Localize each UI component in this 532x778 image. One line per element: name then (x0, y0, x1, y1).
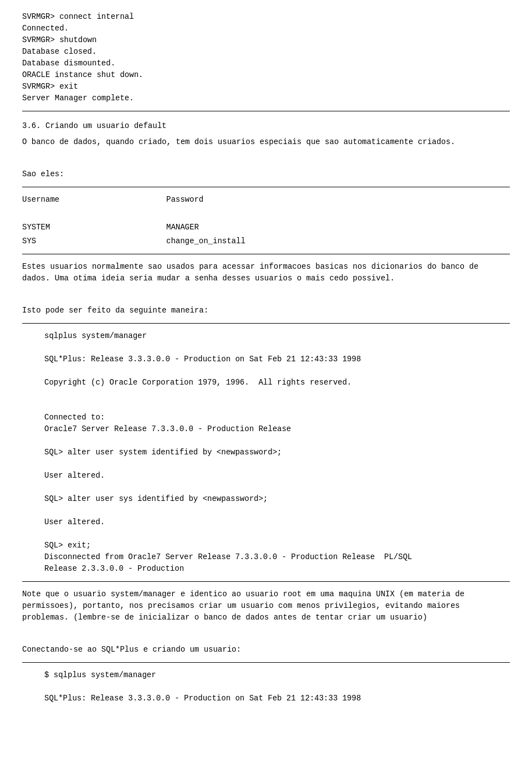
code-block-2: $ sqlplus system/manager SQL*Plus: Relea… (44, 669, 510, 704)
username-system: SYSTEM (22, 222, 122, 233)
credentials-table: Username Password SYSTEM MANAGER SYS cha… (22, 194, 510, 247)
para1: O banco de dados, quando criado, tem doi… (22, 136, 510, 148)
para2: Estes usuarios normalmente sao usados pa… (22, 261, 510, 284)
password-change: change_on_install (166, 236, 277, 247)
separator-6 (22, 662, 510, 663)
para3: Isto pode ser feito da seguinte maneira: (22, 305, 510, 316)
separator-1 (22, 111, 510, 111)
col1-header: Username (22, 194, 122, 206)
sao-eles: Sao eles: (22, 168, 510, 180)
password-manager: MANAGER (166, 222, 277, 233)
separator-4 (22, 323, 510, 324)
table-row-sys: SYS change_on_install (22, 236, 510, 247)
separator-2 (22, 187, 510, 187)
code-block-1: sqlplus system/manager SQL*Plus: Release… (44, 330, 510, 575)
terminal-top: SVRMGR> connect internal Connected. SVRM… (22, 11, 510, 104)
separator-3 (22, 254, 510, 254)
col2-header: Password (166, 194, 277, 206)
para4: Note que o usuario system/manager e iden… (22, 588, 510, 623)
separator-5 (22, 581, 510, 582)
username-sys: SYS (22, 236, 122, 247)
main-content: SVRMGR> connect internal Connected. SVRM… (22, 11, 510, 704)
table-row-system: SYSTEM MANAGER (22, 222, 510, 233)
section-title: 3.6. Criando um usuario default (22, 120, 510, 132)
para5: Conectando-se ao SQL*Plus e criando um u… (22, 644, 510, 656)
table-header-row: Username Password (22, 194, 510, 206)
